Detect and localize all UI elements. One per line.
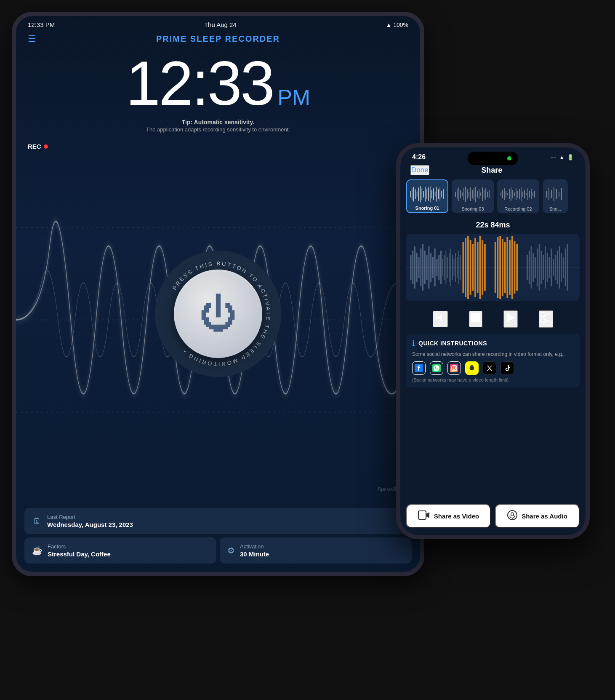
tablet-status-icons: ▲ 100%: [386, 21, 408, 28]
svg-rect-148: [416, 253, 418, 282]
last-report-info: Last Report Wednesday, August 23, 2023: [47, 514, 133, 528]
snapchat-icon: [465, 361, 479, 375]
factors-value: Stressful Day, Coffee: [48, 550, 111, 558]
svg-rect-160: [440, 251, 442, 284]
trim-button[interactable]: [539, 310, 553, 328]
info-icon: ℹ: [412, 339, 415, 348]
phone-controls: [400, 305, 586, 331]
phone-device: 4:26 ···· ▲ 🔋 Done Share: [396, 143, 590, 539]
svg-rect-182: [529, 251, 530, 284]
factors-info: Factors Stressful Day, Coffee: [48, 543, 111, 558]
svg-rect-198: [561, 253, 562, 282]
done-button[interactable]: Done: [410, 165, 429, 175]
rec-indicator: REC: [28, 143, 48, 150]
tablet-clock: 12:33: [126, 48, 273, 118]
x-icon: [483, 361, 496, 375]
svg-rect-162: [465, 238, 466, 297]
tablet-time: 12:33 PM: [28, 21, 55, 28]
scene: 12:33 PM Thu Aug 24 ▲ 100% ☰ PRIME SLEEP…: [0, 0, 615, 700]
svg-point-224: [455, 366, 456, 367]
svg-rect-158: [437, 259, 438, 276]
svg-rect-208: [452, 255, 453, 280]
svg-rect-157: [434, 248, 436, 286]
svg-rect-194: [553, 259, 554, 276]
svg-rect-150: [420, 248, 421, 286]
svg-rect-159: [438, 255, 439, 280]
activation-card[interactable]: ⚙ Activation 30 Minute: [220, 537, 412, 564]
svg-rect-213: [460, 255, 461, 280]
clip-label-1: Snoring 01: [415, 206, 439, 211]
clip-waveform-2: [453, 182, 492, 206]
phone-time: 4:26: [412, 153, 426, 161]
svg-rect-147: [414, 246, 415, 289]
svg-rect-183: [531, 246, 532, 289]
svg-rect-199: [563, 257, 564, 278]
tablet-power-button[interactable]: PRESS THIS BUTTON TO ACTIVATE THE SLEEP …: [155, 251, 281, 377]
svg-rect-205: [447, 257, 448, 278]
svg-rect-206: [449, 253, 450, 282]
share-audio-button[interactable]: Share as Audio: [495, 504, 580, 528]
clip-recording02[interactable]: Recording 02: [497, 179, 539, 213]
instructions-note: (Social networks may have a video length…: [412, 377, 574, 382]
share-title: Share: [481, 166, 502, 175]
activation-label: Activation: [240, 543, 269, 550]
instructions-title: QUICK INSTRUCTIONS: [418, 340, 487, 347]
stop-icon: [470, 312, 482, 323]
clip-snoring03[interactable]: Snoring 03: [452, 179, 494, 213]
rec-label: REC: [28, 143, 41, 150]
phone-header: Done Share: [400, 163, 586, 179]
svg-rect-212: [458, 251, 459, 284]
svg-rect-200: [565, 248, 566, 286]
phone-waveform-display: >: [406, 234, 580, 301]
svg-rect-179: [514, 241, 516, 294]
svg-rect-207: [450, 248, 451, 286]
activation-value: 30 Minute: [240, 550, 269, 558]
report-icon: 🗓: [33, 516, 41, 526]
play-button[interactable]: [503, 310, 518, 328]
dynamic-island: [468, 152, 518, 165]
tip-text: The application adapts recording sensiti…: [16, 126, 420, 133]
instructions-header: ℹ QUICK INSTRUCTIONS: [412, 339, 574, 348]
clip-snoring01[interactable]: Snoring 01: [406, 179, 448, 213]
stop-button[interactable]: [469, 311, 482, 327]
svg-point-215: [541, 313, 545, 317]
svg-rect-177: [509, 240, 511, 295]
svg-rect-154: [428, 246, 429, 289]
svg-rect-188: [540, 251, 542, 284]
last-report-card[interactable]: 🗓 Last Report Wednesday, August 23, 2023: [24, 508, 412, 534]
svg-rect-173: [499, 236, 501, 299]
svg-rect-171: [495, 242, 496, 293]
recording-duration: 22s 84ms: [400, 219, 586, 234]
clip-wave-svg-4: [545, 185, 566, 203]
title-light: PRIME SLEEP: [156, 34, 225, 43]
power-symbol-icon: ⏻: [199, 295, 237, 333]
svg-rect-167: [477, 242, 479, 293]
svg-rect-210: [455, 253, 456, 282]
svg-rect-146: [412, 251, 413, 284]
rewind-button[interactable]: [433, 311, 448, 327]
svg-rect-202: [442, 259, 443, 276]
svg-rect-145: [410, 255, 412, 280]
svg-rect-203: [444, 255, 445, 280]
svg-rect-155: [430, 253, 431, 282]
play-icon: [504, 311, 517, 324]
tablet-clock-area: 12:33PM: [16, 48, 420, 115]
svg-rect-165: [472, 244, 474, 291]
tiktok-icon: [501, 361, 514, 375]
clip-sno-partial[interactable]: Sno...: [543, 179, 568, 213]
share-video-button[interactable]: Share as Video: [406, 504, 491, 528]
factors-card[interactable]: ☕ Factors Stressful Day, Coffee: [24, 537, 216, 564]
clip-wave-svg-2: [454, 185, 492, 203]
phone-share-buttons: Share as Video Share as Audio: [400, 500, 586, 535]
svg-rect-189: [543, 255, 544, 280]
activation-info: Activation 30 Minute: [240, 543, 269, 558]
phone-clips-row: Snoring 01 Snoring 03: [400, 179, 586, 219]
svg-rect-214: [471, 313, 480, 322]
factors-label: Factors: [48, 543, 111, 550]
menu-icon[interactable]: ☰: [28, 34, 36, 45]
svg-rect-170: [484, 244, 486, 291]
power-inner-button[interactable]: ⏻: [174, 270, 262, 358]
svg-rect-151: [422, 244, 423, 291]
tablet-header: ☰ PRIME SLEEP RECORDER: [16, 32, 420, 48]
svg-rect-163: [467, 236, 469, 299]
